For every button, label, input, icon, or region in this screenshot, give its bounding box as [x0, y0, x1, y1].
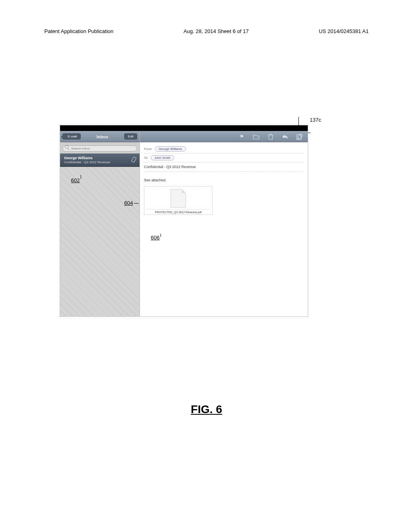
trash-icon[interactable]: [267, 133, 274, 140]
paperclip-icon: [132, 157, 136, 162]
sidebar-topbar: E-mail Inbox Edit: [60, 131, 140, 142]
list-item-from: George Williams: [64, 156, 130, 160]
callout-604: 604: [124, 200, 133, 206]
from-label: From:: [144, 147, 152, 151]
edit-button-label: Edit: [128, 135, 133, 138]
compose-icon[interactable]: [296, 133, 303, 140]
attachment-filename: PROTECTED_Q3 2012 Revenue.pdf: [147, 209, 210, 214]
callout-137c: 137c: [310, 117, 321, 123]
message-meta: From: George Williams To: John Smith Con…: [140, 142, 308, 174]
reply-icon[interactable]: [282, 133, 288, 140]
to-row: To: John Smith: [144, 154, 304, 162]
from-chip[interactable]: George Williams: [155, 146, 186, 152]
sidebar-title: Inbox: [82, 134, 123, 139]
to-label: To:: [144, 156, 148, 160]
edit-button[interactable]: Edit: [124, 133, 137, 139]
back-button-label: E-mail: [68, 135, 77, 138]
header-center: Aug. 28, 2014 Sheet 6 of 17: [184, 28, 249, 34]
figure-label: FIG. 6: [0, 403, 413, 416]
folder-icon[interactable]: [253, 133, 259, 140]
to-chip[interactable]: John Smith: [151, 155, 174, 160]
list-item-subject: Confidential - Q3 2012 Revenue: [64, 160, 130, 164]
callout-602: 602: [71, 177, 80, 183]
search-icon: [65, 145, 69, 149]
flag-icon[interactable]: ⚑: [238, 133, 245, 140]
device-frame: E-mail Inbox Edit George Williams Confid…: [60, 125, 308, 317]
search-row: [60, 142, 140, 154]
mail-app: E-mail Inbox Edit George Williams Confid…: [60, 131, 308, 316]
message-body: See attached.: [140, 174, 308, 185]
from-row: From: George Williams: [144, 145, 304, 154]
callout-602-line: [81, 175, 81, 179]
file-icon: [171, 189, 186, 208]
reading-pane: ⚑ From: George Williams: [140, 131, 308, 316]
back-button[interactable]: E-mail: [63, 133, 81, 139]
search-input[interactable]: [63, 145, 137, 152]
page-header: Patent Application Publication Aug. 28, …: [44, 28, 369, 34]
header-right: US 2014/0245381 A1: [319, 28, 369, 34]
status-bar: [60, 125, 308, 131]
callout-606: 606: [151, 235, 160, 241]
attachment[interactable]: PROTECTED_Q3 2012 Revenue.pdf: [144, 186, 213, 215]
callout-606-line: [161, 234, 161, 237]
sidebar: E-mail Inbox Edit George Williams Confid…: [60, 131, 140, 316]
header-left: Patent Application Publication: [44, 28, 113, 34]
subject-line: Confidential - Q3 2012 Revenue: [144, 162, 304, 172]
message-list-item[interactable]: George Williams Confidential - Q3 2012 R…: [60, 154, 140, 167]
reading-toolbar: ⚑: [140, 131, 308, 142]
sidebar-empty: [60, 167, 140, 316]
callout-604-line: [134, 203, 139, 204]
